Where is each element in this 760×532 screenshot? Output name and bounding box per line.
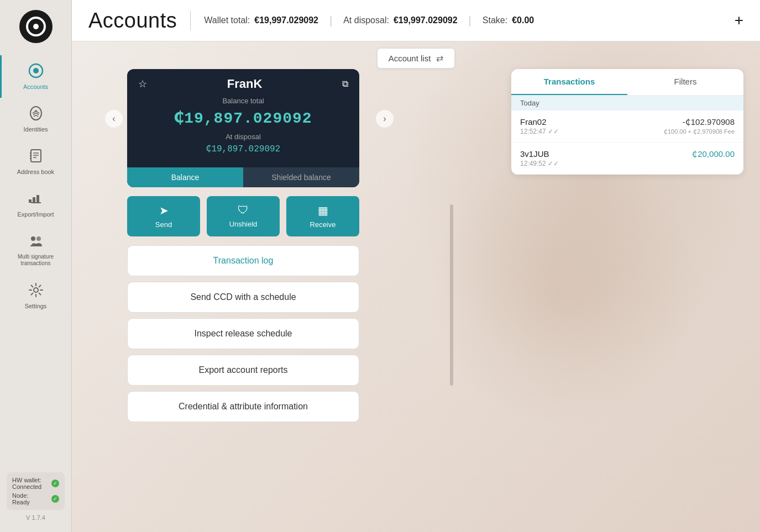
svg-point-15: [36, 236, 41, 241]
bg-decoration-2: [428, 152, 705, 428]
main-content: Accounts Wallet total: €19,997.029092 | …: [72, 0, 760, 532]
identities-label: Identities: [23, 126, 48, 133]
sidebar-item-export-import[interactable]: Export/Import: [0, 183, 71, 225]
send-icon: ➤: [159, 204, 169, 217]
sidebar-item-multi-sig[interactable]: Multi signature transactions: [0, 225, 71, 275]
receive-label: Receive: [310, 220, 336, 229]
swap-icon: ⇄: [436, 53, 443, 64]
svg-point-16: [34, 288, 38, 292]
export-reports-button[interactable]: Export account reports: [127, 355, 359, 386]
transaction-log-label: Transaction log: [213, 256, 274, 265]
tx-amount-0: -₵102.970908: [664, 117, 735, 127]
multi-sig-icon: [28, 233, 44, 251]
sidebar-footer: HW wallet: Connected Node: Ready V 1.7.4: [0, 466, 71, 532]
sidebar: Accounts Identities: [0, 0, 72, 532]
transaction-log-button[interactable]: Transaction log: [127, 245, 359, 276]
favorite-button[interactable]: ☆: [138, 78, 147, 90]
wallet-total-label: Wallet total:: [204, 15, 250, 25]
page-title: Accounts: [88, 9, 177, 33]
card-tabs: Balance Shielded balance: [127, 167, 359, 187]
card-body: Balance total ₵19,897.029092 At disposal…: [127, 97, 359, 160]
balance-label: Balance total: [138, 97, 348, 105]
accounts-label: Accounts: [23, 83, 48, 90]
transaction-item-1: 3v1JUB 12:49:52 ✓✓ ₵20,000.00: [511, 143, 743, 175]
tx-amount-1: ₵20,000.00: [692, 149, 735, 159]
disposal-label: At disposal: [138, 133, 348, 141]
account-name: FranK: [227, 77, 263, 91]
wallet-total-value: €19,997.029092: [254, 15, 318, 25]
svg-rect-12: [36, 195, 39, 203]
account-list-label: Account list: [389, 54, 431, 63]
tx-right-1: ₵20,000.00: [692, 149, 735, 159]
unshield-label: Unshield: [229, 220, 258, 228]
inspect-schedule-label: Inspect release schedule: [195, 329, 292, 338]
header: Accounts Wallet total: €19,997.029092 | …: [72, 0, 760, 41]
chevron-right-icon: ›: [383, 114, 386, 124]
account-list-button[interactable]: Account list ⇄: [377, 48, 455, 69]
balance-amount: ₵19,897.029092: [138, 108, 348, 127]
account-card: ☆ FranK ⧉ Balance total ₵19,897.029092 A…: [127, 69, 359, 187]
unshield-button[interactable]: 🛡 Unshield: [207, 196, 280, 236]
svg-point-14: [31, 236, 35, 241]
hw-wallet-status: HW wallet: Connected: [12, 477, 59, 490]
disposal-amount: ₵19,897.029092: [138, 143, 348, 154]
card-header: ☆ FranK ⧉: [127, 69, 359, 97]
tx-left-1: 3v1JUB 12:49:52 ✓✓: [520, 149, 559, 167]
card-area: ☆ FranK ⧉ Balance total ₵19,897.029092 A…: [127, 69, 359, 521]
export-import-icon: [28, 191, 44, 209]
sidebar-item-identities[interactable]: Identities: [0, 98, 71, 140]
stake-value: €0.00: [512, 15, 534, 25]
sidebar-item-accounts[interactable]: Accounts: [0, 55, 71, 98]
add-account-button[interactable]: +: [735, 13, 743, 28]
svg-rect-3: [31, 150, 41, 162]
address-book-label: Address book: [17, 168, 54, 175]
multi-sig-label: Multi signature transactions: [4, 254, 67, 267]
tx-left-0: Fran02 12:52:47 ✓✓: [520, 117, 559, 135]
action-buttons: ➤ Send 🛡 Unshield ▦ Receive: [127, 196, 359, 236]
tx-time-1: 12:49:52 ✓✓: [520, 160, 559, 167]
sidebar-item-settings[interactable]: Settings: [0, 275, 71, 317]
export-import-label: Export/Import: [17, 211, 54, 218]
tab-balance[interactable]: Balance: [127, 167, 243, 187]
app-logo: [0, 0, 71, 50]
sidebar-item-address-book[interactable]: Address book: [0, 140, 71, 183]
svg-rect-11: [33, 197, 35, 203]
send-button[interactable]: ➤ Send: [127, 196, 200, 236]
svg-rect-13: [29, 199, 32, 203]
send-ccd-label: Send CCD with a schedule: [190, 292, 296, 302]
receive-button[interactable]: ▦ Receive: [286, 196, 359, 236]
node-status-dot: [51, 495, 59, 503]
inspect-schedule-button[interactable]: Inspect release schedule: [127, 318, 359, 349]
tab-transactions[interactable]: Transactions: [511, 69, 627, 95]
settings-label: Settings: [25, 303, 47, 309]
disposal-value: €19,997.029092: [394, 15, 458, 25]
tab-shielded-balance[interactable]: Shielded balance: [243, 167, 359, 187]
node-label: Node: Ready: [12, 492, 30, 505]
account-list-bar: Account list ⇄: [377, 48, 455, 69]
body-area: Account list ⇄ ‹ ☆ FranK ⧉ Balance total…: [72, 41, 760, 532]
logo-icon: [19, 10, 53, 43]
sidebar-nav: Accounts Identities: [0, 50, 71, 466]
edit-account-button[interactable]: ⧉: [342, 79, 348, 89]
tx-fee-0: ₵100.00 + ₵2.970908 Fee: [664, 128, 735, 135]
receive-icon: ▦: [318, 204, 328, 217]
scroll-thumb: [450, 204, 453, 385]
header-divider: [190, 10, 191, 30]
tx-name-1: 3v1JUB: [520, 149, 559, 159]
accounts-icon: [28, 63, 44, 81]
unshield-icon: 🛡: [238, 204, 249, 217]
credential-info-button[interactable]: Credential & attribute information: [127, 391, 359, 422]
settings-icon: [28, 282, 44, 301]
send-ccd-button[interactable]: Send CCD with a schedule: [127, 282, 359, 313]
version-label: V 1.7.4: [7, 510, 65, 525]
hw-wallet-status-dot: [51, 480, 59, 487]
fingerprint-icon: [28, 106, 44, 124]
disposal-label: At disposal:: [343, 15, 389, 25]
tx-right-0: -₵102.970908 ₵100.00 + ₵2.970908 Fee: [664, 117, 735, 135]
header-stats: Wallet total: €19,997.029092 | At dispos…: [204, 14, 534, 27]
transaction-tabs: Transactions Filters: [511, 69, 743, 96]
prev-account-button[interactable]: ‹: [105, 110, 123, 128]
stake-label: Stake:: [483, 15, 507, 25]
tab-filters[interactable]: Filters: [627, 69, 743, 95]
next-account-button[interactable]: ›: [376, 110, 394, 128]
